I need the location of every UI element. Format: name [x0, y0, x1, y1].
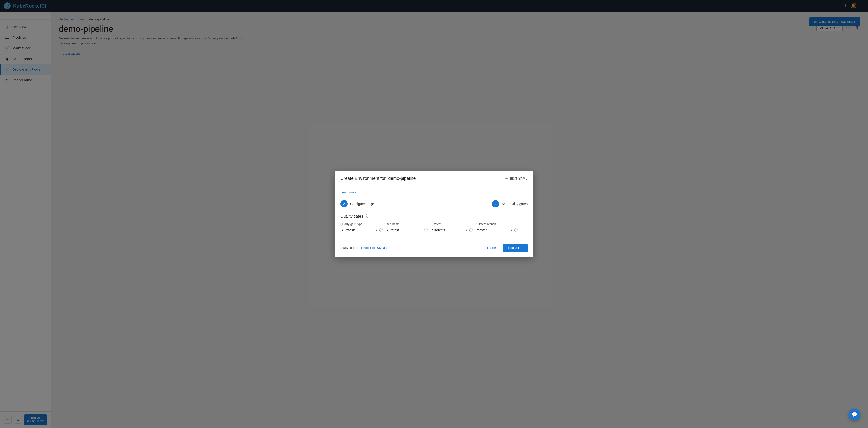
create-button[interactable]: CREATE [503, 244, 528, 252]
modal-overlay: Create Environment for "demo-pipeline" ✏… [0, 0, 868, 428]
dialog-header: Create Environment for "demo-pipeline" ✏… [335, 171, 533, 185]
chat-icon: 💬 [851, 411, 858, 417]
edit-yaml-label: EDIT YAML [510, 177, 528, 180]
autotest-branch-info-icon[interactable]: ⓘ [514, 228, 518, 232]
dialog-footer: CANCEL UNDO CHANGES BACK CREATE [335, 239, 533, 257]
footer-right: BACK CREATE [484, 244, 528, 252]
chat-fab-button[interactable]: 💬 [848, 408, 860, 420]
step-2-label: Add quality gates [502, 202, 528, 206]
autotest-select[interactable]: autotests [431, 227, 468, 234]
quality-gate-type-group: Quality gate type Autotests ▾ ⓘ [340, 223, 383, 234]
cancel-button[interactable]: CANCEL [340, 244, 356, 252]
autotest-wrapper: autotests ▾ ⓘ [431, 227, 473, 234]
autotest-group: Autotest autotests ▾ ⓘ [431, 223, 473, 234]
pencil-icon: ✏ [505, 177, 508, 180]
learn-more-link[interactable]: Learn more. [340, 191, 358, 194]
create-environment-dialog: Create Environment for "demo-pipeline" ✏… [335, 171, 533, 257]
quality-gate-type-wrapper: Autotests ▾ ⓘ [340, 227, 383, 234]
step-name-label: Step name [385, 223, 428, 226]
add-quality-gate-row-button[interactable]: + [521, 225, 528, 233]
step-1: ✓ Configure stage [340, 200, 374, 207]
autotest-branch-select-wrapper: master ▾ [475, 227, 513, 234]
quality-gate-type-select[interactable]: Autotests [340, 227, 378, 234]
quality-gate-type-label: Quality gate type [340, 223, 383, 226]
undo-changes-button[interactable]: UNDO CHANGES [360, 244, 390, 252]
step-1-circle: ✓ [340, 200, 348, 207]
section-title: Quality gates ⓘ [340, 214, 528, 219]
step-2-circle: 2 [492, 200, 499, 207]
stepper: ✓ Configure stage 2 Add quality gates [340, 200, 528, 207]
step-name-info-icon[interactable]: ⓘ [424, 228, 428, 232]
quality-gate-type-info-icon[interactable]: ⓘ [379, 228, 383, 232]
quality-gates-form-row: Quality gate type Autotests ▾ ⓘ [340, 223, 528, 234]
dialog-title: Create Environment for "demo-pipeline" [340, 176, 417, 181]
back-button[interactable]: BACK [484, 244, 500, 252]
step-line [378, 204, 488, 204]
autotest-select-wrapper: autotests ▾ [431, 227, 468, 234]
edit-yaml-button[interactable]: ✏ EDIT YAML [505, 177, 528, 180]
step-1-label: Configure stage [350, 202, 374, 206]
quality-gates-info-icon[interactable]: ⓘ [365, 214, 368, 219]
step-name-wrapper: ⓘ [385, 227, 428, 234]
autotest-branch-select[interactable]: master [475, 227, 513, 234]
autotest-branch-wrapper: master ▾ ⓘ [475, 227, 518, 234]
quality-gate-type-select-wrapper: Autotests ▾ [340, 227, 378, 234]
autotest-branch-group: Autotest branch master ▾ ⓘ [475, 223, 518, 234]
autotest-branch-label: Autotest branch [475, 223, 518, 226]
step-name-group: Step name ⓘ [385, 223, 428, 234]
footer-left: CANCEL UNDO CHANGES [340, 244, 390, 252]
autotest-info-icon[interactable]: ⓘ [469, 228, 472, 232]
step-name-input[interactable] [385, 227, 423, 234]
dialog-body: Learn more. ✓ Configure stage 2 Add qual… [335, 185, 533, 239]
quality-gates-section: Quality gates ⓘ Quality gate type Autote… [340, 214, 528, 234]
section-title-text: Quality gates [340, 214, 363, 219]
autotest-label: Autotest [431, 223, 473, 226]
step-2: 2 Add quality gates [492, 200, 528, 207]
